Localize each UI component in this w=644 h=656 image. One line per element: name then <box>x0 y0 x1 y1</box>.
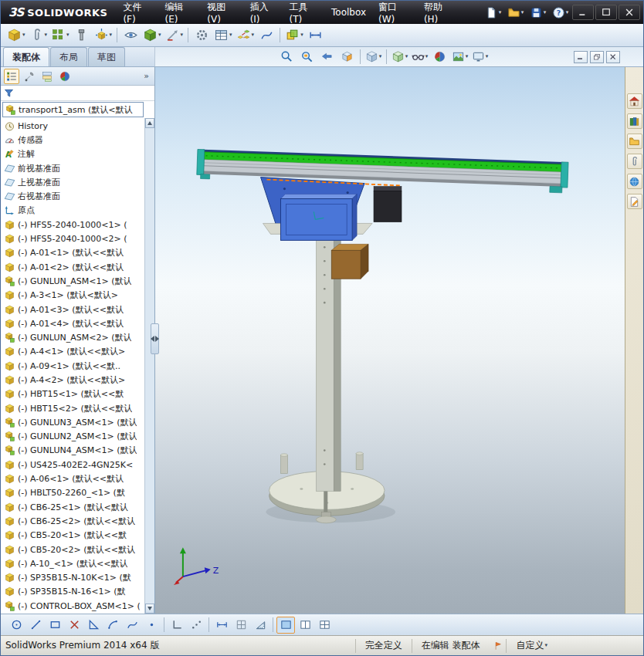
material-box[interactable] <box>331 244 368 279</box>
linear-component-pattern[interactable] <box>49 26 71 45</box>
smart-dimension[interactable] <box>212 617 231 634</box>
tree-item[interactable]: (-) A-01<4> (默认<<默认 <box>4 316 144 330</box>
reference-geometry[interactable] <box>164 26 185 45</box>
tree-item[interactable]: (-) A-06<1> (默认<<默认 <box>4 472 144 485</box>
menu-toolbox[interactable]: Toolbox <box>325 4 372 21</box>
new-motion-study[interactable] <box>192 26 212 45</box>
view-settings[interactable] <box>470 49 490 66</box>
exploded-view[interactable] <box>235 26 256 45</box>
corner-snap[interactable] <box>168 617 186 634</box>
help[interactable]: ? <box>550 4 571 21</box>
tree-item[interactable]: (-) A-4<2> (默认<<默认> <box>4 373 144 387</box>
electrical-box[interactable] <box>280 194 357 241</box>
tree-item[interactable]: (-) A-4<1> (默认<<默认> <box>4 345 144 359</box>
displaymanager-tab[interactable] <box>57 69 73 84</box>
tree-item[interactable]: (-) HFS5-2040-1000<1> ( <box>4 218 144 232</box>
sketch-rectangle[interactable] <box>46 617 64 634</box>
design-library[interactable] <box>627 113 642 129</box>
sketch-arc[interactable] <box>103 617 122 634</box>
sketch-point[interactable] <box>142 617 161 634</box>
model-canvas[interactable]: Z <box>155 67 625 614</box>
appearances-scenes[interactable] <box>627 174 642 189</box>
tree-item[interactable]: (-) A-10_<1> (默认<<默认 <box>4 556 144 570</box>
tree-item[interactable]: (-) HBT15<2> (默认<<默认 <box>4 401 144 415</box>
tree-item[interactable]: (-) A-09<1> (默认<<默.. <box>4 359 144 373</box>
status-customize[interactable]: 自定义 <box>506 639 557 653</box>
tree-item[interactable]: (-) GUNLUN_ASM<2> (默认 <box>4 330 144 344</box>
tree-item[interactable]: 原点 <box>4 204 144 218</box>
view-orientation[interactable] <box>364 49 383 66</box>
tree-item[interactable]: (-) CB6-25<2> (默认<<默认 <box>4 514 144 528</box>
scroll-down-button[interactable] <box>145 604 154 614</box>
tree-item[interactable]: (-) US425-402E2-4GN25K< <box>4 458 144 472</box>
edit-appearance[interactable] <box>430 49 449 66</box>
document-close[interactable] <box>606 51 620 63</box>
featuremanager-tab[interactable] <box>4 69 19 84</box>
tree-item[interactable]: (-) GUNLUN3_ASM<1> (默认 <box>4 415 144 429</box>
filter-icon[interactable] <box>3 87 15 99</box>
file-explorer[interactable] <box>627 134 642 149</box>
tree-item[interactable]: (-) A-01<2> (默认<<默认 <box>4 260 144 274</box>
sketch-circle[interactable] <box>7 617 25 634</box>
tree-item[interactable]: (-) CB5-20<1> (默认<<默 <box>4 529 144 543</box>
tree-item[interactable]: A 注解 <box>4 147 144 161</box>
section-view[interactable] <box>337 49 357 66</box>
assembly-features[interactable] <box>141 26 163 45</box>
tab-layout[interactable]: 布局 <box>50 47 87 66</box>
tab-assembly[interactable]: 装配体 <box>3 47 49 66</box>
tree-item[interactable]: (-) GUNLUN_ASM<1> (默认 <box>4 274 144 288</box>
scroll-up-button[interactable] <box>145 118 154 128</box>
tree-item[interactable]: (-) A-3<1> (默认<默认> <box>4 289 144 303</box>
tree-item[interactable]: (-) HFS5-2040-1000<2> ( <box>4 232 144 245</box>
tree-item[interactable]: (-) HBT15<1> (默认<<默 <box>4 387 144 401</box>
zoom-to-fit[interactable] <box>277 49 297 66</box>
interference-detection[interactable] <box>283 26 305 45</box>
four-viewport[interactable] <box>315 617 334 634</box>
tree-item[interactable]: History <box>4 119 144 133</box>
apply-scene[interactable] <box>450 49 469 66</box>
view-palette[interactable] <box>627 154 642 169</box>
tree-item[interactable]: (-) A-01<3> (默认<<默认 <box>4 303 144 316</box>
propertymanager-tab[interactable] <box>22 69 37 84</box>
orientation-triad[interactable]: Z <box>174 547 219 585</box>
smart-fasteners[interactable] <box>72 26 92 45</box>
document-minimize[interactable] <box>574 51 588 63</box>
new-document[interactable] <box>483 4 503 21</box>
graphics-viewport[interactable]: Z <box>155 67 625 614</box>
sketch-spline[interactable] <box>123 617 141 634</box>
display-style[interactable] <box>390 49 409 66</box>
tree-scrollbar[interactable] <box>144 118 154 614</box>
panel-overflow-button[interactable]: » <box>144 71 151 81</box>
tree-item[interactable]: (-) GUNLUN2_ASM<1> (默认 <box>4 430 144 444</box>
hide-show-items[interactable] <box>410 49 429 66</box>
motor[interactable] <box>374 187 402 222</box>
tree-item[interactable]: 前视基准面 <box>4 161 144 175</box>
tree-item[interactable]: (-) A-01<1> (默认<<默认 <box>4 246 144 260</box>
tree-item[interactable]: 传感器 <box>4 133 144 147</box>
quick-snaps[interactable] <box>187 617 205 634</box>
tree-item[interactable]: (-) HBLT50-2260_<1> (默 <box>4 486 144 500</box>
configurationmanager-tab[interactable] <box>39 69 55 84</box>
window-maximize[interactable] <box>595 5 617 20</box>
tree-item[interactable]: 右视基准面 <box>4 189 144 203</box>
filter-bar[interactable] <box>1 86 154 101</box>
move-component[interactable] <box>93 26 114 45</box>
single-viewport[interactable] <box>276 617 295 634</box>
tree-item[interactable]: (-) CB5-20<2> (默认<<默认 <box>4 543 144 556</box>
save-document[interactable] <box>527 4 548 21</box>
sketch-line[interactable] <box>26 617 45 634</box>
tree-item[interactable]: (-) SP35B15-N-16<1> (默 <box>4 585 144 599</box>
tree-item[interactable]: 上视基准面 <box>4 175 144 189</box>
tree-item[interactable]: (-) SP35B15-N-10K<1> (默 <box>4 571 144 585</box>
measure-tool[interactable] <box>251 617 269 634</box>
show-hidden-components[interactable] <box>120 26 141 45</box>
tree-item[interactable]: (-) CONTROL-BOX_ASM<1> ( <box>4 599 144 613</box>
zoom-to-area[interactable] <box>297 49 317 66</box>
custom-properties[interactable] <box>627 194 642 209</box>
instant-3d[interactable] <box>306 26 326 45</box>
document-restore[interactable] <box>590 51 604 63</box>
tree-root-item[interactable]: transport1_asm (默认<默认 <box>2 102 144 117</box>
trim-entities[interactable] <box>65 617 83 634</box>
solidworks-resources[interactable] <box>627 93 642 109</box>
tab-sketch[interactable]: 草图 <box>88 47 125 66</box>
